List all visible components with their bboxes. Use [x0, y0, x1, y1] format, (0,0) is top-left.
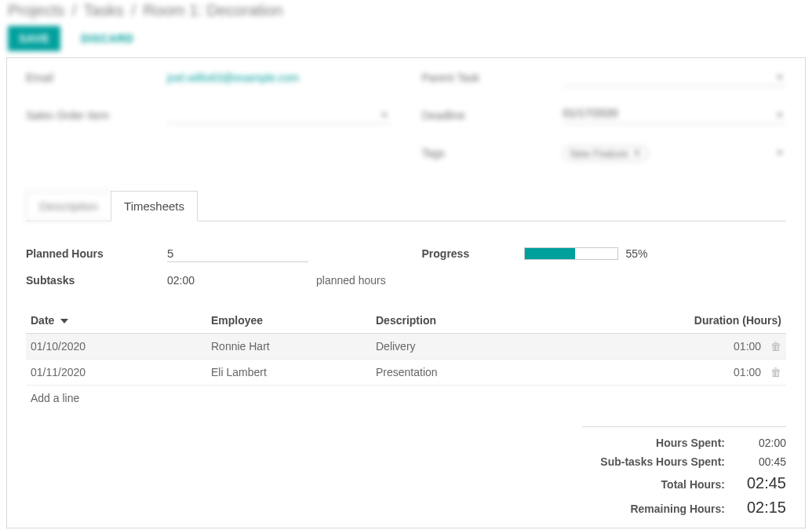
tag-label: New Feature [570, 148, 628, 159]
table-row[interactable]: 01/10/2020 Ronnie Hart Delivery 01:00 🗑 [26, 334, 786, 360]
parent-task-field[interactable] [563, 69, 787, 86]
progress-fill [525, 248, 576, 259]
total-hours-label: Total Hours: [661, 478, 725, 491]
breadcrumb-current: Room 1: Decoration [143, 2, 282, 19]
sales-order-item-label: Sales Order Item [26, 109, 167, 122]
totals-panel: Hours Spent: 02:00 Sub-tasks Hours Spent… [582, 426, 786, 520]
cell-duration[interactable]: 01:00 🗑 [645, 360, 786, 386]
deadline-field[interactable]: 01/17/2020 [563, 107, 787, 124]
save-button[interactable]: SAVE [8, 26, 60, 51]
form-fields: Email joel.willis63@example.com Sales Or… [7, 58, 805, 190]
timesheet-table: Date Employee Description Duration (Hour… [26, 308, 786, 411]
table-row[interactable]: 01/11/2020 Eli Lambert Presentation 01:0… [26, 360, 786, 386]
chevron-down-icon [777, 114, 783, 118]
subtasks-spent-value: 00:45 [739, 455, 786, 468]
remaining-hours-label: Remaining Hours: [630, 503, 725, 515]
email-value[interactable]: joel.willis63@example.com [167, 71, 391, 84]
col-description[interactable]: Description [371, 308, 645, 334]
cell-date[interactable]: 01/11/2020 [26, 360, 206, 386]
deadline-label: Deadline [422, 109, 563, 122]
cell-employee[interactable]: Ronnie Hart [206, 334, 371, 360]
planned-hours-label: Planned Hours [26, 247, 167, 260]
subtasks-label: Subtasks [26, 274, 167, 287]
tabs: Description Timesheets [26, 190, 786, 221]
tags-label: Tags [422, 147, 563, 159]
add-line-link[interactable]: Add a line [26, 386, 786, 411]
col-employee[interactable]: Employee [206, 308, 371, 334]
tag-remove-icon[interactable]: ✕ [633, 148, 641, 159]
hours-spent-label: Hours Spent: [656, 437, 725, 449]
form-sheet: Email joel.willis63@example.com Sales Or… [6, 57, 806, 528]
subtasks-value: 02:00 [167, 274, 308, 287]
sort-desc-icon [60, 319, 68, 323]
breadcrumb: Projects / Tasks / Room 1: Decoration [8, 2, 804, 20]
cell-description[interactable]: Presentation [371, 360, 645, 386]
subtasks-spent-label: Sub-tasks Hours Spent: [600, 455, 725, 468]
cell-description[interactable]: Delivery [371, 334, 645, 360]
add-line-row[interactable]: Add a line [26, 386, 786, 411]
cell-employee[interactable]: Eli Lambert [206, 360, 371, 386]
hours-spent-value: 02:00 [739, 437, 786, 449]
sales-order-item-field[interactable] [167, 107, 391, 124]
total-hours-value: 02:45 [739, 474, 786, 492]
planned-hours-input[interactable] [167, 245, 308, 262]
remaining-hours-value: 02:15 [739, 499, 786, 517]
cell-date[interactable]: 01/10/2020 [26, 334, 206, 360]
subtasks-suffix: planned hours [316, 274, 386, 287]
discard-button[interactable]: DISCARD [76, 31, 138, 46]
chevron-down-icon [777, 76, 783, 80]
email-label: Email [26, 71, 167, 84]
progress-label: Progress [422, 247, 524, 260]
col-date[interactable]: Date [26, 308, 206, 334]
trash-icon[interactable]: 🗑 [770, 366, 781, 378]
tab-description[interactable]: Description [26, 191, 111, 221]
col-duration[interactable]: Duration (Hours) [645, 308, 786, 334]
cell-duration[interactable]: 01:00 🗑 [645, 334, 786, 360]
tab-timesheets[interactable]: Timesheets [111, 191, 198, 221]
progress-percent: 55% [626, 247, 648, 260]
breadcrumb-projects[interactable]: Projects [8, 2, 64, 19]
progress-bar [524, 247, 618, 260]
tag-pill[interactable]: New Feature ✕ [563, 146, 648, 161]
parent-task-label: Parent Task [422, 71, 563, 84]
breadcrumb-tasks[interactable]: Tasks [84, 2, 124, 19]
chevron-down-icon [381, 114, 388, 118]
timesheets-panel: Planned Hours Subtasks 02:00 planned hou… [7, 221, 805, 528]
trash-icon[interactable]: 🗑 [770, 340, 781, 353]
chevron-down-icon [777, 152, 783, 155]
tags-field[interactable]: New Feature ✕ [563, 146, 787, 161]
header-section: Projects / Tasks / Room 1: Decoration SA… [0, 0, 812, 57]
